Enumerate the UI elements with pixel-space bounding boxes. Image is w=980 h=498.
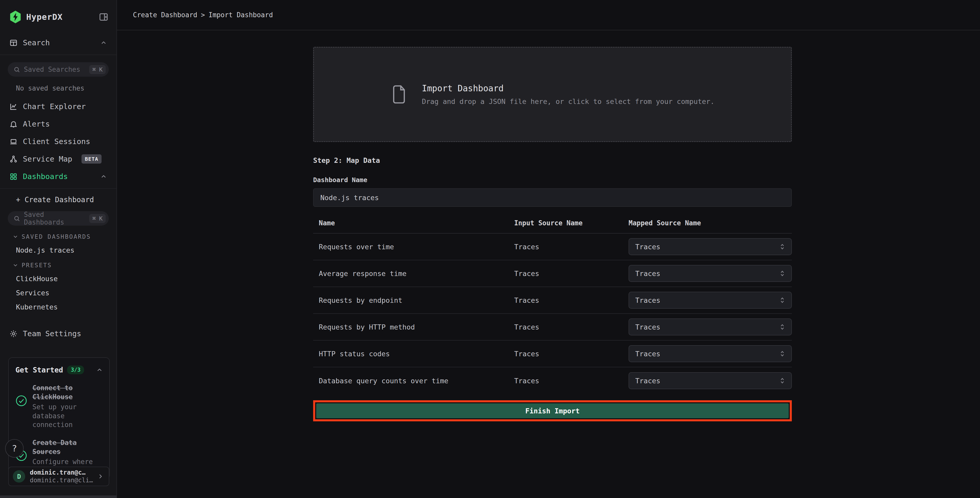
unfold-chevrons-icon <box>778 323 786 331</box>
column-header-input-source: Input Source Name <box>514 219 628 227</box>
saved-dashboards-input[interactable]: Saved Dashboards ⌘ K <box>8 211 109 226</box>
dropzone-subtitle: Drag and drop a JSON file here, or click… <box>422 97 714 105</box>
dashboard-item-services[interactable]: Services <box>0 289 116 297</box>
chart-name: HTTP status codes <box>313 350 514 358</box>
bell-icon <box>9 120 18 128</box>
mapped-source-select[interactable]: Traces <box>628 345 792 362</box>
sidebar-item-chart-explorer[interactable]: Chart Explorer <box>0 98 116 115</box>
table-row: Database query counts over time Traces T… <box>313 367 792 394</box>
chart-name: Requests over time <box>313 243 514 251</box>
dashboard-item-kubernetes[interactable]: Kubernetes <box>0 303 116 311</box>
get-started-progress-badge: 3/3 <box>67 366 84 374</box>
service-map-icon <box>9 155 18 163</box>
table-row: HTTP status codes Traces Traces <box>313 341 792 367</box>
app-root: HyperDX Search Saved Searches ⌘ K <box>0 0 980 498</box>
no-saved-searches-text: No saved searches <box>16 85 116 92</box>
dashboards-icon <box>9 172 18 181</box>
sidebar-item-label: Team Settings <box>23 329 81 338</box>
app-title: HyperDX <box>26 12 63 22</box>
presets-group-header[interactable]: PRESETS <box>0 262 116 268</box>
mapped-source-value: Traces <box>635 377 660 385</box>
sidebar-item-service-map[interactable]: Service Map BETA <box>0 150 116 168</box>
sidebar-item-label: Chart Explorer <box>23 102 86 111</box>
sidebar-collapse-icon[interactable] <box>99 12 109 22</box>
sidebar-item-dashboards[interactable]: Dashboards <box>0 168 116 185</box>
breadcrumb-import-dashboard: Import Dashboard <box>208 11 273 19</box>
get-started-title: Get Started <box>16 366 63 374</box>
dashboard-item-clickhouse[interactable]: ClickHouse <box>0 275 116 283</box>
column-header-name: Name <box>313 219 514 227</box>
get-started-item-title: Create Data Sources <box>32 438 100 456</box>
user-email: dominic.tran@cli… <box>30 477 93 484</box>
mapped-source-value: Traces <box>635 350 660 358</box>
unfold-chevrons-icon <box>778 296 786 304</box>
chart-name: Requests by endpoint <box>313 296 514 304</box>
get-started-item-desc: Set up your database connection <box>32 402 100 429</box>
step-label: Step 2: Map Data <box>313 156 792 164</box>
mapped-source-value: Traces <box>635 323 660 331</box>
unfold-chevrons-icon <box>778 377 786 385</box>
input-source-name: Traces <box>514 296 628 304</box>
sidebar-item-alerts[interactable]: Alerts <box>0 115 116 133</box>
saved-searches-placeholder: Saved Searches <box>24 65 80 73</box>
mapped-source-select[interactable]: Traces <box>628 372 792 389</box>
chevron-up-icon[interactable] <box>96 366 103 374</box>
breadcrumb-separator: > <box>201 11 205 19</box>
mapped-source-select[interactable]: Traces <box>628 318 792 335</box>
table-row: Average response time Traces Traces <box>313 260 792 287</box>
shortcut-badge: ⌘ K <box>89 65 106 74</box>
sidebar-item-search[interactable]: Search <box>0 34 116 51</box>
sidebar-item-client-sessions[interactable]: Client Sessions <box>0 133 116 150</box>
breadcrumb-create-dashboard[interactable]: Create Dashboard <box>133 11 197 19</box>
get-started-panel: Get Started 3/3 Connect to ClickHouse Se… <box>8 357 110 479</box>
chart-name: Requests by HTTP method <box>313 323 514 331</box>
mapped-source-value: Traces <box>635 296 660 304</box>
avatar: D <box>13 470 25 482</box>
json-dropzone[interactable]: Import Dashboard Drag and drop a JSON fi… <box>313 47 792 142</box>
source-mapping-table: Name Input Source Name Mapped Source Nam… <box>313 219 792 394</box>
mapped-source-select[interactable]: Traces <box>628 292 792 309</box>
chevron-right-icon <box>97 473 104 480</box>
chevron-up-icon <box>100 173 107 180</box>
dashboard-item-nodejs-traces[interactable]: Node.js traces <box>0 246 116 254</box>
saved-dashboards-group-header[interactable]: SAVED DASHBOARDS <box>0 233 116 240</box>
dashboard-name-input[interactable] <box>313 188 792 207</box>
sidebar-item-label: Service Map <box>23 155 72 163</box>
input-source-name: Traces <box>514 377 628 385</box>
sidebar-item-label: Search <box>23 38 50 47</box>
mapped-source-select[interactable]: Traces <box>628 265 792 282</box>
unfold-chevrons-icon <box>778 350 786 358</box>
shortcut-badge: ⌘ K <box>89 214 106 223</box>
chevron-down-icon <box>12 233 19 240</box>
sidebar-item-team-settings[interactable]: Team Settings <box>0 325 116 342</box>
sidebar-divider <box>0 54 116 55</box>
finish-import-button[interactable]: Finish Import <box>316 403 789 418</box>
table-row: Requests by endpoint Traces Traces <box>313 287 792 314</box>
get-started-item: Connect to ClickHouse Set up your databa… <box>16 383 103 429</box>
chart-name: Database query counts over time <box>313 377 514 385</box>
table-row: Requests by HTTP method Traces Traces <box>313 314 792 341</box>
sidebar-nav: Chart Explorer Alerts Client Sessions <box>0 98 116 185</box>
help-button[interactable]: ? <box>5 439 24 458</box>
file-icon <box>390 84 407 105</box>
mapped-source-select[interactable]: Traces <box>628 238 792 255</box>
search-section-icon <box>9 38 18 47</box>
mapped-source-value: Traces <box>635 243 660 251</box>
sidebar-item-label: Alerts <box>23 120 50 128</box>
beta-badge: BETA <box>81 154 102 164</box>
highlight-annotation-box: Finish Import <box>313 400 792 421</box>
sidebar-item-label: Dashboards <box>23 172 68 181</box>
user-menu[interactable]: D dominic.tran@c… dominic.tran@cli… <box>8 467 109 486</box>
create-dashboard-button[interactable]: + Create Dashboard <box>0 195 116 204</box>
table-row: Requests over time Traces Traces <box>313 233 792 260</box>
input-source-name: Traces <box>514 270 628 278</box>
hyperdx-logo-icon <box>9 10 22 24</box>
saved-searches-input[interactable]: Saved Searches ⌘ K <box>8 62 109 77</box>
chevron-up-icon <box>100 39 107 46</box>
breadcrumb: Create Dashboard > Import Dashboard <box>117 0 980 30</box>
group-header-label: SAVED DASHBOARDS <box>22 233 91 240</box>
unfold-chevrons-icon <box>778 270 786 277</box>
sidebar: HyperDX Search Saved Searches ⌘ K <box>0 0 117 498</box>
sidebar-item-label: Client Sessions <box>23 137 90 146</box>
search-icon <box>13 215 20 222</box>
